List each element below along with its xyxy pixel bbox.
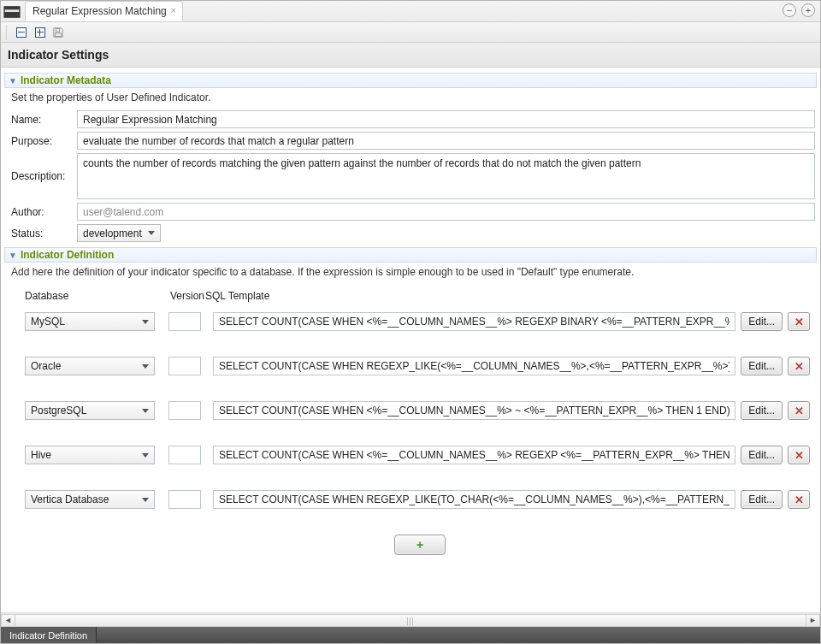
edit-label: Edit... [748,405,775,417]
editor-window: Regular Expression Matching × − + Indica… [0,0,821,644]
definition-headers: Database Version SQL Template [25,290,815,302]
collapse-all-button[interactable] [15,26,28,39]
save-button[interactable] [52,27,64,38]
metadata-form: Name: Purpose: Description: counts the n… [11,110,815,242]
section-header-metadata[interactable]: ▼ Indicator Metadata [4,73,817,88]
section-header-definition[interactable]: ▼ Indicator Definition [4,247,817,263]
tab-strip: Regular Expression Matching × − + [1,1,820,22]
add-definition-button[interactable]: + [394,535,446,555]
definition-row: OracleEdit...✕ [25,357,815,375]
editor-tab[interactable]: Regular Expression Matching × [25,1,183,21]
scroll-right-icon[interactable]: ► [806,614,820,627]
bottom-tabs: Indicator Definition [1,627,820,643]
database-select[interactable]: PostgreSQL [25,401,155,420]
delete-button[interactable]: ✕ [788,490,810,509]
author-input[interactable] [77,203,815,221]
version-input[interactable] [168,490,201,509]
chevron-down-icon[interactable]: ▼ [9,76,17,86]
svg-rect-1 [5,9,20,12]
scroll-track[interactable] [15,614,806,627]
plus-icon: + [416,538,423,552]
maximize-icon[interactable]: + [801,3,815,17]
definition-area: Database Version SQL Template MySQLEdit.… [25,290,815,555]
edit-label: Edit... [748,316,775,328]
definition-hint: Add here the definition of your indicato… [11,266,815,278]
label-name: Name: [11,114,77,126]
toolbar-separator [6,25,7,40]
edit-button[interactable]: Edit... [741,401,783,420]
close-icon[interactable]: × [168,5,179,15]
purpose-input[interactable] [77,132,815,150]
tab-title: Regular Expression Matching [32,5,167,17]
edit-button[interactable]: Edit... [741,312,783,331]
header-sql: SQL Template [205,290,269,302]
edit-button[interactable]: Edit... [741,357,783,375]
version-input[interactable] [168,312,201,331]
delete-button[interactable]: ✕ [788,312,810,331]
label-description: Description: [11,170,77,182]
label-status: Status: [11,227,77,239]
database-select[interactable]: Vertica Database [25,490,155,509]
header-database: Database [25,290,170,302]
svg-rect-3 [56,32,62,36]
toolbar [1,22,820,43]
definition-row: Vertica DatabaseEdit...✕ [25,490,815,509]
delete-icon: ✕ [794,316,804,328]
tabstrip-tools: − + [783,3,815,17]
version-input[interactable] [168,446,201,464]
delete-button[interactable]: ✕ [788,446,810,464]
section-title-metadata: Indicator Metadata [21,74,111,86]
status-value: development [83,227,142,239]
delete-icon: ✕ [794,360,804,373]
sql-template-input[interactable] [213,446,735,464]
edit-label: Edit... [748,360,775,372]
database-value: PostgreSQL [31,405,86,417]
section-title-definition: Indicator Definition [21,249,114,261]
expand-all-button[interactable] [33,26,47,39]
edit-button[interactable]: Edit... [741,446,783,464]
chevron-down-icon[interactable]: ▼ [9,251,17,260]
svg-rect-2 [56,28,59,32]
database-select[interactable]: Hive [25,446,155,464]
version-input[interactable] [168,401,201,420]
name-input[interactable] [77,110,815,128]
label-purpose: Purpose: [11,135,77,147]
bottom-tab-label: Indicator Definition [9,630,87,641]
metadata-hint: Set the properties of User Defined Indic… [11,92,815,103]
body-scroll: ▼ Indicator Metadata Set the properties … [1,68,820,612]
edit-label: Edit... [748,449,775,461]
sql-template-input[interactable] [213,490,735,509]
scroll-thumb[interactable] [15,614,806,627]
definition-row: HiveEdit...✕ [25,446,815,464]
bottom-tab-indicator-definition[interactable]: Indicator Definition [1,627,97,643]
delete-icon: ✕ [794,449,804,462]
database-select[interactable]: Oracle [25,357,155,375]
edit-button[interactable]: Edit... [741,490,783,509]
tab-file-icon [3,3,21,21]
description-input[interactable]: counts the number of records matching th… [77,153,815,199]
scroll-left-icon[interactable]: ◄ [1,614,15,627]
label-author: Author: [11,206,77,218]
edit-label: Edit... [748,493,775,505]
delete-button[interactable]: ✕ [788,357,810,375]
minimize-icon[interactable]: − [783,3,796,17]
sql-template-input[interactable] [213,357,735,375]
database-value: MySQL [31,316,65,328]
sql-template-input[interactable] [213,312,735,331]
definition-row: PostgreSQLEdit...✕ [25,401,815,420]
sql-template-input[interactable] [213,401,735,420]
status-select[interactable]: development [77,224,161,242]
database-value: Vertica Database [31,493,109,505]
header-version: Version [170,290,205,302]
database-value: Oracle [31,360,61,372]
horizontal-scrollbar[interactable]: ◄ ► [1,612,820,627]
database-value: Hive [31,449,51,461]
delete-button[interactable]: ✕ [788,401,810,420]
version-input[interactable] [168,357,201,375]
delete-icon: ✕ [794,405,804,417]
page-title: Indicator Settings [1,43,820,68]
delete-icon: ✕ [794,493,804,506]
definition-row: MySQLEdit...✕ [25,312,815,331]
database-select[interactable]: MySQL [25,312,155,331]
